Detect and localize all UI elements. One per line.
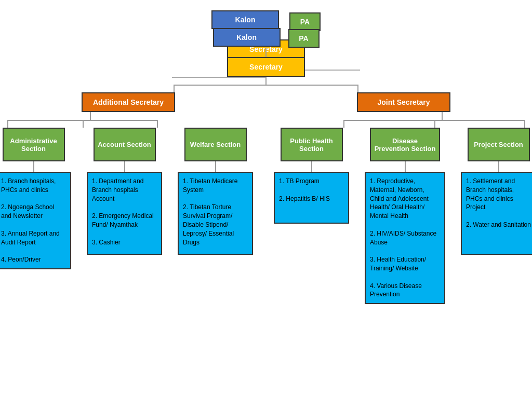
tick-disease	[434, 120, 435, 128]
tick-account	[83, 120, 84, 128]
project-detail-box: 1. Settlement and Branch hospitals, PHCs…	[461, 172, 532, 255]
disease-section-col: Disease Prevention Section 1. Reproducti…	[365, 128, 445, 304]
admin-section-box: Administrative Section	[3, 128, 65, 161]
tick-admin	[7, 120, 8, 128]
admin-detail-text: 1. Branch hospitals, PHCs and clinics2. …	[1, 177, 60, 263]
account-detail-box: 1. Department and Branch hospitals Accou…	[87, 172, 162, 255]
admin-detail-box: 1. Branch hospitals, PHCs and clinics2. …	[0, 172, 71, 269]
welfare-section-box: Welfare Section	[184, 128, 247, 161]
h-sec-branch	[174, 85, 358, 86]
pubhealth-section-col: Public Health Section 1. TB Program2. He…	[274, 128, 349, 224]
project-section-box: Project Section	[468, 128, 530, 161]
admin-section-col: Administrative Section 1. Branch hospita…	[0, 128, 71, 269]
welfare-section-col: Welfare Section 1. Tibetan Medicare Syst…	[178, 128, 253, 255]
pa-box: PA	[288, 29, 320, 48]
tick-welfare	[157, 120, 158, 128]
conn-admin-detail	[33, 161, 34, 172]
pubhealth-detail-box: 1. TB Program2. Hepatitis B/ HIS	[274, 172, 349, 224]
welfare-detail-text: 1. Tibetan Medicare System2. Tibetan Tor…	[183, 177, 237, 246]
pubhealth-section-box: Public Health Section	[281, 128, 343, 161]
disease-detail-box: 1. Reproductive, Maternal, Newborn, Chil…	[365, 172, 445, 304]
org-chart: Kalon PA Secretary	[0, 0, 532, 314]
project-section-col: Project Section 1. Settlement and Branch…	[461, 128, 532, 255]
add-sec-box: Additional Secretary	[82, 92, 175, 112]
joint-sec-box: Joint Secretary	[357, 92, 450, 112]
account-section-box: Account Section	[94, 128, 156, 161]
conn-addsec-down	[90, 112, 91, 120]
full-chart: Kalon PA Secretary Additional	[5, 23, 527, 304]
tick-project	[524, 120, 525, 128]
tick-left	[174, 85, 175, 92]
account-section-col: Account Section 1. Department and Branch…	[87, 128, 162, 255]
conn-kalon-sec	[265, 48, 267, 57]
conn-disease-detail	[405, 161, 406, 172]
kalon-box: Kalon	[213, 28, 281, 47]
secretary-box: Secretary	[227, 57, 305, 77]
pubhealth-detail-text: 1. TB Program2. Hepatitis B/ HIS	[279, 177, 330, 202]
account-detail-text: 1. Department and Branch hospitals Accou…	[92, 177, 154, 246]
disease-detail-text: 1. Reproductive, Maternal, Newborn, Chil…	[370, 177, 436, 298]
conn-jointsec-down	[442, 112, 443, 120]
conn-sec-down	[265, 77, 267, 85]
tick-right	[357, 85, 358, 92]
welfare-detail-box: 1. Tibetan Medicare System2. Tibetan Tor…	[178, 172, 253, 255]
conn-project-detail	[498, 161, 499, 172]
conn-account-detail	[124, 161, 125, 172]
tick-pubhealth	[343, 120, 344, 128]
disease-section-box: Disease Prevention Section	[370, 128, 440, 161]
conn-pubhealth-detail	[311, 161, 312, 172]
project-detail-text: 1. Settlement and Branch hospitals, PHCs…	[466, 177, 531, 228]
conn-welfare-detail	[215, 161, 216, 172]
